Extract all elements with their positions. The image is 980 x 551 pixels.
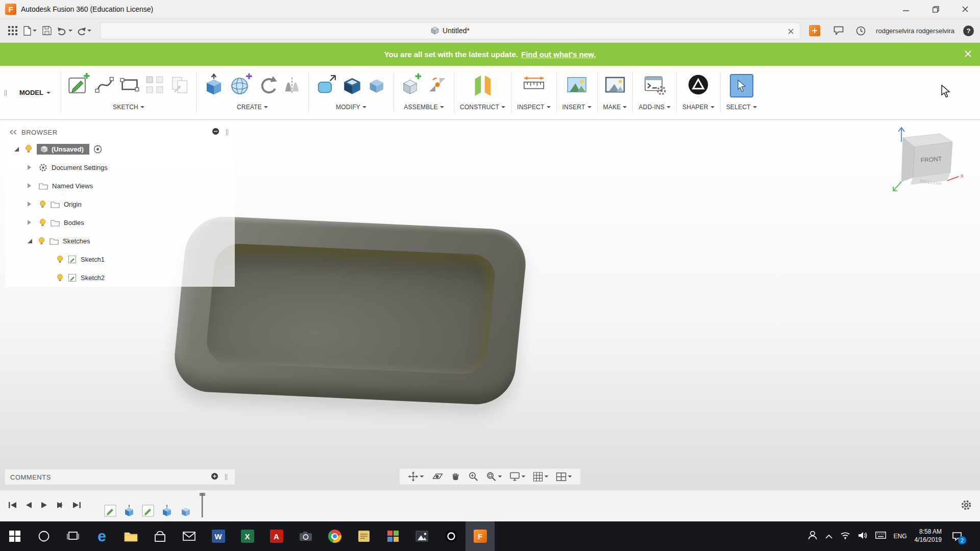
viewports-button[interactable] [556, 472, 572, 481]
document-tab[interactable]: Untitled* [100, 22, 800, 39]
people-icon[interactable] [807, 530, 818, 542]
taskbar-clock[interactable]: 8:58 AM 4/16/2019 [915, 528, 942, 544]
browser-row-origin[interactable]: Origin [5, 195, 235, 213]
redo-button[interactable] [76, 23, 91, 38]
timeline-sketch2-feature[interactable] [141, 504, 155, 519]
model-inner-cavity[interactable] [205, 243, 497, 375]
expand-open-icon[interactable] [28, 239, 32, 243]
measure-button[interactable] [522, 73, 546, 98]
acrobat-icon[interactable]: A [262, 521, 291, 551]
activate-component-radio-icon[interactable] [93, 145, 102, 154]
revolve-button[interactable] [256, 74, 278, 97]
zoom-button[interactable] [469, 471, 479, 482]
camera-app-icon[interactable] [291, 521, 320, 551]
edge-browser-icon[interactable]: e [87, 521, 116, 551]
browser-row-root[interactable]: (Unsaved) [5, 140, 235, 158]
browser-row-named-views[interactable]: Named Views [5, 177, 235, 195]
file-explorer-icon[interactable] [116, 521, 145, 551]
excel-icon[interactable]: X [233, 521, 262, 551]
make-group-dropdown[interactable]: MAKE [603, 104, 627, 111]
task-view-button[interactable] [58, 521, 87, 551]
mirror-button[interactable] [281, 74, 303, 97]
colored-tiles-app-icon[interactable] [378, 521, 407, 551]
grid-snap-button[interactable] [533, 472, 549, 482]
new-document-button[interactable] [809, 25, 820, 36]
viewport-canvas[interactable]: FRONT BOTTOM X BROWSER (Unsaved) [0, 120, 980, 490]
cortana-button[interactable] [29, 521, 58, 551]
joint-button[interactable] [427, 74, 448, 97]
visibility-bulb-icon[interactable] [24, 144, 33, 154]
help-button[interactable]: ? [963, 26, 974, 36]
timeline-sketch1-feature[interactable] [104, 504, 117, 519]
visibility-bulb-icon[interactable] [56, 273, 64, 282]
modify-group-dropdown[interactable]: MODIFY [336, 104, 366, 111]
sketch-pattern-button[interactable] [144, 74, 165, 97]
shaper-group-dropdown[interactable]: SHAPER [682, 104, 715, 111]
restore-button[interactable] [921, 0, 950, 18]
select-group-dropdown[interactable]: SELECT [726, 104, 757, 111]
minimize-button[interactable] [891, 0, 921, 18]
save-button[interactable] [40, 23, 54, 38]
sketch-spline-button[interactable] [94, 74, 115, 97]
comments-panel[interactable]: COMMENTS [5, 469, 235, 485]
workspace-selector[interactable]: MODEL [9, 66, 61, 119]
tray-overflow-chevron-icon[interactable] [825, 532, 832, 541]
chrome-icon[interactable] [320, 521, 349, 551]
expand-closed-icon[interactable] [28, 183, 34, 188]
play-button[interactable] [41, 501, 47, 511]
action-center-button[interactable]: 2 [949, 529, 965, 544]
touch-keyboard-icon[interactable] [875, 532, 886, 541]
close-tab-button[interactable] [788, 27, 794, 36]
fit-view-button[interactable] [486, 471, 502, 482]
visibility-bulb-icon[interactable] [56, 255, 64, 264]
browser-grip-handle[interactable] [224, 129, 231, 135]
view-cube[interactable]: FRONT BOTTOM X [890, 121, 967, 200]
expand-closed-icon[interactable] [28, 202, 34, 207]
file-menu-button[interactable] [23, 23, 37, 38]
go-to-start-button[interactable] [8, 501, 17, 511]
job-status-clock-icon[interactable] [854, 23, 867, 38]
create-sketch-button[interactable] [67, 73, 90, 98]
orbit-button[interactable] [408, 471, 424, 482]
add-comment-button[interactable] [211, 472, 218, 482]
create-primitive-sphere-button[interactable] [229, 73, 253, 98]
addins-group-dropdown[interactable]: ADD-INS [639, 104, 671, 111]
insert-canvas-button[interactable] [565, 73, 589, 98]
combine-button[interactable] [366, 74, 388, 97]
banner-close-button[interactable] [964, 50, 972, 60]
go-to-end-button[interactable] [72, 501, 81, 511]
shell-button[interactable] [341, 74, 363, 97]
select-tool-button[interactable] [730, 74, 753, 97]
volume-icon[interactable] [858, 531, 868, 542]
fusion-360-taskbar-icon[interactable]: F [465, 521, 495, 551]
extrude-button[interactable] [202, 73, 226, 98]
word-icon[interactable]: W [204, 521, 233, 551]
timeline-extrude3-feature[interactable] [179, 504, 192, 519]
sketch-group-dropdown[interactable]: SKETCH [113, 104, 144, 111]
microsoft-store-icon[interactable] [145, 521, 175, 551]
collapse-panel-icon[interactable] [9, 130, 17, 135]
shaper-utilities-button[interactable] [687, 73, 710, 98]
sketch-rectangle-button[interactable] [119, 74, 140, 97]
press-pull-button[interactable] [314, 73, 338, 98]
construction-plane-button[interactable] [471, 73, 495, 98]
create-group-dropdown[interactable]: CREATE [237, 104, 268, 111]
scripts-addins-button[interactable] [643, 73, 667, 98]
pan-button[interactable] [451, 471, 461, 482]
disc-app-icon[interactable] [436, 521, 465, 551]
close-window-button[interactable] [950, 0, 980, 18]
assemble-group-dropdown[interactable]: ASSEMBLE [404, 104, 444, 111]
make-3d-print-button[interactable] [603, 73, 627, 98]
language-indicator[interactable]: ENG [894, 533, 907, 540]
look-at-button[interactable] [432, 472, 443, 481]
photos-app-icon[interactable] [407, 521, 436, 551]
step-back-button[interactable] [26, 501, 32, 511]
root-document-selected[interactable]: (Unsaved) [37, 144, 89, 155]
network-wifi-icon[interactable] [840, 531, 850, 541]
timeline-extrude1-feature[interactable] [122, 504, 136, 519]
browser-row-sketch2[interactable]: Sketch2 [5, 268, 235, 287]
visibility-bulb-icon[interactable] [39, 218, 46, 227]
browser-row-sketch1[interactable]: Sketch1 [5, 250, 235, 268]
comments-bubble-icon[interactable] [832, 23, 845, 38]
user-account-button[interactable]: rodgerselvira rodgerselvira [876, 27, 954, 35]
